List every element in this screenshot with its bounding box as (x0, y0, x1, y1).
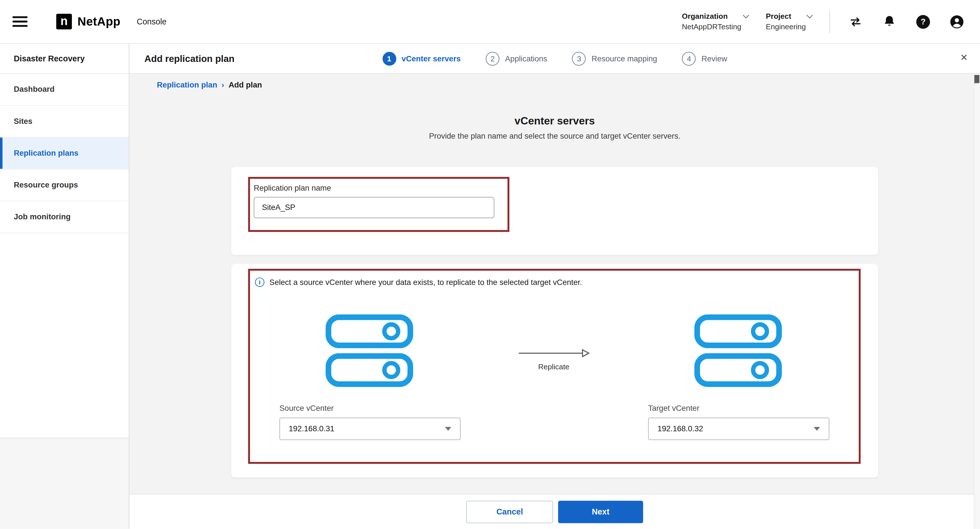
step-vcenter-servers[interactable]: 1 vCenter servers (382, 52, 461, 65)
replication-plan-name-input[interactable] (254, 197, 494, 218)
info-text: Select a source vCenter where your data … (269, 278, 582, 287)
netapp-logo-mark: n (56, 14, 72, 29)
info-row: i Select a source vCenter where your dat… (255, 277, 582, 287)
sidebar-empty-area (0, 438, 129, 529)
sidebar-item-replication-plans[interactable]: Replication plans (0, 137, 129, 169)
topbar: n NetApp Console Organization NetAppDRTe… (0, 0, 980, 44)
product-name: Console (137, 17, 167, 26)
cancel-button[interactable]: Cancel (466, 500, 553, 523)
sidebar-item-resource-groups[interactable]: Resource groups (0, 169, 129, 201)
breadcrumb-separator-icon: › (221, 81, 224, 89)
replicate-label: Replicate (517, 363, 590, 371)
chevron-down-icon (814, 427, 820, 431)
source-vcenter-icon (325, 314, 414, 388)
replicate-arrow-icon (517, 349, 590, 360)
close-icon[interactable]: × (961, 51, 967, 63)
sidebar-item-dashboard[interactable]: Dashboard (0, 74, 129, 106)
step-label: Applications (505, 54, 547, 63)
topbar-right: Organization NetAppDRTesting Project Eng… (682, 10, 965, 33)
help-icon[interactable]: ? (915, 13, 931, 30)
chevron-down-icon (807, 12, 813, 19)
source-vcenter-value: 192.168.0.31 (289, 424, 335, 433)
step-number: 3 (572, 52, 586, 65)
step-resource-mapping[interactable]: 3 Resource mapping (572, 52, 657, 65)
plan-name-card: Replication plan name (231, 167, 878, 255)
account-icon[interactable] (949, 13, 965, 30)
wizard-content: Replication plan › Add plan vCenter serv… (129, 74, 980, 494)
step-review[interactable]: 4 Review (682, 52, 727, 65)
info-icon: i (255, 277, 264, 287)
step-applications[interactable]: 2 Applications (486, 52, 547, 65)
help-glyph: ? (916, 15, 930, 29)
source-vcenter-select[interactable]: 192.168.0.31 (280, 417, 461, 440)
target-vcenter-icon (694, 314, 782, 388)
step-label: vCenter servers (402, 54, 461, 63)
sidebar-item-label: Replication plans (14, 149, 78, 158)
breadcrumb-current: Add plan (229, 81, 262, 89)
connector-icon[interactable] (848, 13, 864, 30)
scrollbar-thumb[interactable] (974, 75, 980, 83)
page-heading: vCenter servers (129, 115, 980, 127)
target-vcenter-select[interactable]: 192.168.0.32 (648, 417, 829, 440)
plan-name-label: Replication plan name (254, 184, 331, 193)
target-vcenter-value: 192.168.0.32 (658, 424, 703, 433)
project-label: Project (766, 12, 791, 21)
sidebar-item-sites[interactable]: Sites (0, 106, 129, 137)
breadcrumb-replication-plan-link[interactable]: Replication plan (157, 81, 217, 89)
step-label: Review (702, 54, 727, 63)
sidebar-item-job-monitoring[interactable]: Job monitoring (0, 201, 129, 233)
organization-value: NetAppDRTesting (682, 22, 748, 31)
app-window: n NetApp Console Organization NetAppDRTe… (0, 0, 980, 529)
step-number: 1 (382, 52, 396, 65)
step-label: Resource mapping (592, 54, 657, 63)
wizard-footer: Cancel Next (129, 494, 980, 529)
sidebar-item-label: Job monitoring (14, 212, 70, 221)
topbar-divider (829, 10, 830, 33)
project-selector[interactable]: Project Engineering (766, 12, 812, 31)
netapp-logo: n NetApp (56, 14, 121, 29)
chevron-down-icon (445, 427, 451, 431)
next-button[interactable]: Next (558, 500, 643, 523)
page-title: Add replication plan (144, 53, 234, 64)
chevron-down-icon (743, 12, 749, 19)
vertical-scrollbar[interactable] (974, 44, 980, 529)
wizard-header: Add replication plan 1 vCenter servers 2… (129, 44, 980, 74)
page-subheading: Provide the plan name and select the sou… (129, 132, 980, 141)
project-value: Engineering (766, 22, 812, 31)
organization-selector[interactable]: Organization NetAppDRTesting (682, 12, 748, 31)
sidebar-title: Disaster Recovery (0, 44, 129, 74)
wizard-stepper: 1 vCenter servers 2 Applications 3 Resou… (382, 52, 727, 65)
step-number: 2 (486, 52, 500, 65)
vcenter-selection-card: i Select a source vCenter where your dat… (231, 264, 878, 478)
breadcrumb: Replication plan › Add plan (157, 81, 262, 89)
sidebar-item-label: Dashboard (14, 85, 54, 94)
step-number: 4 (682, 52, 696, 65)
hamburger-menu-icon[interactable] (13, 16, 27, 27)
sidebar-item-label: Sites (14, 117, 32, 126)
netapp-logo-text: NetApp (78, 15, 121, 29)
sidebar-item-label: Resource groups (14, 181, 78, 190)
notifications-bell-icon[interactable] (881, 13, 897, 30)
organization-label: Organization (682, 12, 727, 21)
target-vcenter-label: Target vCenter (648, 404, 699, 413)
sidebar: Disaster Recovery Dashboard Sites Replic… (0, 44, 129, 529)
source-vcenter-label: Source vCenter (280, 404, 334, 413)
